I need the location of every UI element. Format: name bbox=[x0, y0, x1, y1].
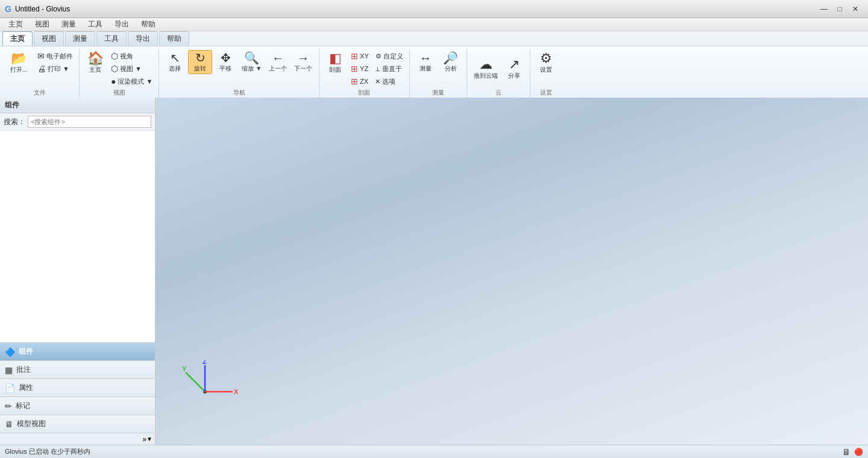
viewport[interactable]: Y Z X bbox=[156, 98, 868, 445]
view-icon: ⬡ bbox=[111, 64, 118, 74]
perpendicular-button[interactable]: ⊥ 垂直于 bbox=[375, 64, 402, 74]
open-icon: 📂 bbox=[11, 52, 27, 65]
view-dropdown-label: 视图 ▼ bbox=[120, 64, 142, 74]
panel-content bbox=[0, 131, 155, 342]
ribbon-tab-export[interactable]: 导出 bbox=[128, 31, 158, 46]
components-icon: 🔷 bbox=[5, 347, 15, 357]
yz-button[interactable]: ⊞ YZ ⊥ 垂直于 bbox=[348, 63, 406, 75]
file-group-label: 文件 bbox=[4, 87, 75, 97]
expand-button[interactable]: » ▼ bbox=[0, 433, 155, 445]
menu-item-导出[interactable]: 导出 bbox=[108, 18, 135, 31]
ribbon-tab-measure[interactable]: 测量 bbox=[65, 31, 95, 46]
pan-icon: ✥ bbox=[221, 52, 231, 64]
settings-button[interactable]: ⚙ 设置 bbox=[534, 50, 558, 75]
app-icon: G bbox=[5, 4, 11, 14]
minimize-button[interactable]: — bbox=[816, 3, 832, 15]
upload-cloud-button[interactable]: ☁ 推到云端 bbox=[471, 56, 501, 81]
ribbon-tabs: 主页 视图 测量 工具 导出 帮助 bbox=[0, 31, 868, 46]
monitor-icon: 🖥 bbox=[842, 447, 851, 457]
tab-model-view-label: 模型视图 bbox=[17, 419, 46, 429]
rotate-icon: ↻ bbox=[195, 52, 206, 64]
analyze-button[interactable]: 🔎 分析 bbox=[439, 50, 463, 74]
home-view-button[interactable]: 🏠 主页 bbox=[83, 50, 107, 75]
share-icon: ↗ bbox=[509, 58, 520, 71]
coord-axis: Y Z X bbox=[180, 360, 240, 409]
cloud-icon: ☁ bbox=[479, 58, 492, 71]
rotate-label: 旋转 bbox=[194, 65, 206, 72]
ribbon-group-section: ◧ 剖面 ⊞ XY ⚙ 自定义 ⊞ YZ ⊥ 垂直于 ⊞ bbox=[319, 49, 410, 98]
email-icon: ✉ bbox=[37, 51, 45, 61]
prev-button[interactable]: ← 上一个 bbox=[266, 50, 290, 74]
print-icon: 🖨 bbox=[37, 64, 46, 74]
rotate-button[interactable]: ↻ 旋转 bbox=[188, 50, 212, 74]
model-view-icon: 🖥 bbox=[5, 419, 13, 429]
section-button[interactable]: ◧ 剖面 bbox=[323, 50, 347, 75]
main-area: 组件 搜索： 🔷 组件 ▦ 批注 📄 属性 ✏ 标记 🖥 bbox=[0, 98, 868, 445]
email-button[interactable]: ✉ 电子邮件 bbox=[35, 50, 75, 62]
status-indicator: 🔴 bbox=[854, 448, 863, 456]
tab-batch-label: 批注 bbox=[16, 365, 31, 375]
titlebar-left: G Untitled - Glovius bbox=[5, 4, 70, 14]
ribbon-tab-help[interactable]: 帮助 bbox=[159, 31, 189, 46]
view-dropdown-button[interactable]: ⬡ 视图 ▼ bbox=[108, 63, 155, 75]
search-input[interactable] bbox=[28, 116, 151, 128]
zoom-button[interactable]: 🔍 缩放 ▼ bbox=[239, 50, 265, 74]
home-icon: 🏠 bbox=[87, 52, 104, 65]
ribbon-tab-tools[interactable]: 工具 bbox=[96, 31, 127, 46]
section-label: 剖面 bbox=[329, 66, 341, 74]
options-button[interactable]: ✕ 选项 bbox=[375, 77, 395, 86]
tab-model-view[interactable]: 🖥 模型视图 bbox=[0, 415, 155, 433]
ribbon-group-file: 📂 打开... ✉ 电子邮件 🖨 打印 ▼ 文件 bbox=[0, 49, 80, 98]
svg-line-1 bbox=[186, 372, 205, 392]
xy-button[interactable]: ⊞ XY ⚙ 自定义 bbox=[348, 50, 406, 62]
share-label: 分享 bbox=[508, 72, 520, 80]
select-button[interactable]: ↖ 选择 bbox=[163, 50, 187, 74]
tab-components[interactable]: 🔷 组件 bbox=[0, 342, 155, 360]
menu-item-工具[interactable]: 工具 bbox=[82, 18, 108, 31]
properties-icon: 📄 bbox=[5, 383, 15, 393]
render-mode-button[interactable]: ● 渲染模式 ▼ bbox=[108, 75, 155, 87]
tab-properties-label: 属性 bbox=[19, 383, 33, 393]
tab-markup[interactable]: ✏ 标记 bbox=[0, 397, 155, 415]
titlebar: G Untitled - Glovius — □ ✕ bbox=[0, 0, 868, 18]
menu-item-测量[interactable]: 测量 bbox=[55, 18, 82, 31]
statusbar-right: 🖥 🔴 bbox=[842, 447, 863, 457]
menu-item-视图[interactable]: 视图 bbox=[29, 18, 55, 31]
perspective-button[interactable]: ⬡ 视角 bbox=[108, 50, 155, 62]
next-button[interactable]: → 下一个 bbox=[291, 50, 315, 74]
menu-item-主页[interactable]: 主页 bbox=[2, 18, 29, 31]
menubar: 主页视图测量工具导出帮助 bbox=[0, 18, 868, 31]
tab-properties[interactable]: 📄 属性 bbox=[0, 378, 155, 397]
search-row: 搜索： bbox=[0, 113, 155, 131]
maximize-button[interactable]: □ bbox=[832, 3, 848, 15]
zoom-label: 缩放 ▼ bbox=[242, 65, 262, 72]
bottom-tabs: 🔷 组件 ▦ 批注 📄 属性 ✏ 标记 🖥 模型视图 bbox=[0, 342, 155, 433]
ribbon-tab-home[interactable]: 主页 bbox=[2, 31, 33, 46]
custom-button[interactable]: ⚙ 自定义 bbox=[376, 52, 403, 61]
select-icon: ↖ bbox=[170, 52, 180, 64]
titlebar-title: Untitled - Glovius bbox=[15, 5, 70, 13]
ribbon-group-view: 🏠 主页 ⬡ 视角 ⬡ 视图 ▼ ● 渲染模式 ▼ bbox=[80, 49, 159, 98]
pan-button[interactable]: ✥ 平移 bbox=[213, 50, 237, 74]
next-label: 下一个 bbox=[294, 65, 312, 72]
measure-label: 测量 bbox=[420, 65, 432, 72]
tab-batch[interactable]: ▦ 批注 bbox=[0, 360, 155, 378]
zx-button[interactable]: ⊞ ZX ✕ 选项 bbox=[348, 75, 406, 87]
ribbon-tab-view[interactable]: 视图 bbox=[34, 31, 64, 46]
tab-components-label: 组件 bbox=[19, 347, 33, 357]
statusbar: Glovius 已启动 在少于两秒内 🖥 🔴 bbox=[0, 445, 868, 458]
cloud-group-label: 云 bbox=[471, 87, 526, 97]
prev-icon: ← bbox=[272, 52, 284, 64]
prev-label: 上一个 bbox=[269, 65, 287, 72]
xy-icon: ⊞ bbox=[351, 51, 358, 61]
next-icon: → bbox=[297, 52, 309, 64]
open-label: 打开... bbox=[10, 66, 27, 74]
share-button[interactable]: ↗ 分享 bbox=[502, 56, 526, 81]
menu-item-帮助[interactable]: 帮助 bbox=[135, 18, 162, 31]
measure-button[interactable]: ↔ 测量 bbox=[414, 50, 438, 74]
analyze-icon: 🔎 bbox=[443, 52, 458, 64]
close-button[interactable]: ✕ bbox=[848, 3, 863, 15]
print-button[interactable]: 🖨 打印 ▼ bbox=[35, 63, 75, 75]
open-button[interactable]: 📂 打开... bbox=[4, 50, 34, 75]
perspective-icon: ⬡ bbox=[111, 51, 118, 61]
